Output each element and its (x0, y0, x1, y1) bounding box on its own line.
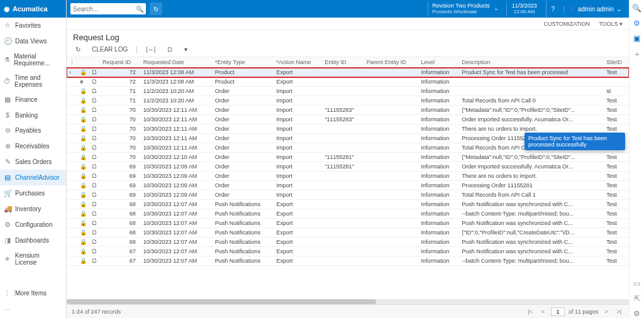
sidebar-item-purchases[interactable]: 🛒Purchases (0, 185, 66, 201)
clear-log-button[interactable]: CLEAR LOG (89, 45, 130, 54)
column-header[interactable]: Level (418, 57, 459, 68)
note-icon[interactable]: 🗋 (92, 220, 97, 226)
note-icon[interactable]: 🗋 (92, 107, 97, 113)
note-icon[interactable]: 🗋 (92, 258, 97, 264)
sidebar-item-material-requireme-[interactable]: ⚗Material Requireme... (0, 49, 66, 70)
tenant-selector[interactable]: Revision Two Products Products Wholesale… (428, 2, 502, 16)
column-header[interactable]: *Entity Type (213, 57, 274, 68)
note-icon[interactable]: 🗋 (92, 126, 97, 132)
table-row[interactable]: 🔒 🗋 70 10/30/2023 12:11 AM Order Import … (67, 106, 629, 115)
business-date[interactable]: 11/3/2023 12:00 AM (506, 2, 542, 16)
column-header[interactable]: SiteID (604, 57, 629, 68)
note-icon[interactable]: 🗋 (92, 229, 97, 236)
column-header[interactable]: Parent Entity ID (364, 57, 419, 68)
table-row[interactable]: 🔒 🗋 67 10/30/2023 12:07 AM Push Notifica… (67, 247, 629, 256)
reload-button[interactable]: ↻ (150, 3, 162, 15)
adjust-columns-button[interactable]: |↔| (143, 45, 158, 54)
table-row[interactable]: ■ 🗋 72 11/3/2023 12:08 AM Product Export… (67, 77, 629, 87)
table-row[interactable]: 🔒 🗋 69 10/30/2023 12:09 AM Order Import … (67, 181, 629, 190)
column-header[interactable]: ⋮ (67, 57, 77, 68)
search-icon[interactable]: 🔍 (136, 6, 143, 13)
note-icon[interactable]: 🗋 (92, 201, 97, 207)
rail-app-icon[interactable]: ▣ (633, 34, 640, 43)
table-row[interactable]: 🔒 🗋 68 10/30/2023 12:07 AM Push Notifica… (67, 219, 629, 228)
note-icon[interactable]: 🗋 (92, 88, 97, 94)
sidebar-item-data-views[interactable]: 🕘Data Views (0, 33, 66, 49)
note-icon[interactable]: 🗋 (92, 97, 97, 104)
column-header[interactable]: *Action Name (274, 57, 323, 68)
note-icon[interactable]: 🗋 (92, 192, 97, 198)
sidebar-item-dashboards[interactable]: ◨Dashboards (0, 233, 66, 248)
column-header[interactable]: Entity ID (322, 57, 364, 68)
rail-book-icon[interactable]: ▭ (633, 279, 640, 288)
more-items[interactable]: ⋮⋮ More Items (0, 285, 66, 301)
sidebar-item-inventory[interactable]: 🚚Inventory (0, 201, 66, 217)
column-header[interactable]: Request ID (100, 57, 141, 68)
last-page-button[interactable]: >| (614, 309, 624, 315)
table-row[interactable]: › 🔒 🗋 72 11/3/2023 12:08 AM Product Expo… (67, 68, 629, 77)
note-icon[interactable]: 🗋 (92, 116, 97, 123)
column-header[interactable]: Requested Date (141, 57, 213, 68)
table-row[interactable]: 🔒 🗋 68 10/30/2023 12:07 AM Push Notifica… (67, 209, 629, 219)
search-box[interactable]: 🔍 (70, 3, 146, 14)
sidebar-item-finance[interactable]: ▦Finance (0, 92, 66, 107)
sidebar-item-banking[interactable]: $Banking (0, 107, 66, 123)
tools-menu[interactable]: TOOLS ▾ (599, 21, 623, 27)
table-row[interactable]: 🔒 🗋 70 10/30/2023 12:10 AM Order Import … (67, 153, 629, 162)
first-page-button[interactable]: |< (525, 309, 535, 315)
table-row[interactable]: 🔒 🗋 71 11/2/2023 10:20 AM Order Import I… (67, 96, 629, 106)
sidebar-item-favorites[interactable]: ☆Favorites (0, 18, 66, 33)
lock-icon: 🔒 (80, 107, 87, 113)
sidebar-item-channeladvisor[interactable]: ▤ChannelAdvisor (0, 170, 66, 185)
next-page-button[interactable]: > (602, 309, 610, 315)
note-icon[interactable]: 🗋 (92, 69, 97, 75)
table-row[interactable]: 🔒 🗋 68 10/30/2023 12:07 AM Push Notifica… (67, 238, 629, 247)
table-row[interactable]: 🔒 🗋 68 10/30/2023 12:07 AM Push Notifica… (67, 200, 629, 209)
note-icon[interactable]: 🗋 (92, 173, 97, 179)
note-icon[interactable]: 🗋 (92, 135, 97, 141)
search-input[interactable] (73, 6, 136, 13)
prev-page-button[interactable]: < (539, 309, 547, 315)
sidebar-item-receivables[interactable]: ⊕Receivables (0, 138, 66, 154)
note-icon[interactable]: 🗋 (92, 248, 97, 255)
sidebar-item-sales-orders[interactable]: ✎Sales Orders (0, 154, 66, 170)
note-icon[interactable]: 🗋 (92, 145, 97, 151)
note-icon[interactable]: 🗋 (92, 163, 97, 170)
rail-search-icon[interactable]: 🔍 (632, 4, 641, 13)
note-icon[interactable]: 🗋 (92, 154, 97, 160)
table-row[interactable]: 🔒 🗋 68 10/30/2023 12:07 AM Push Notifica… (67, 228, 629, 238)
sidebar-item-configuration[interactable]: ⚙Configuration (0, 217, 66, 233)
table-row[interactable]: 🔒 🗋 69 10/30/2023 12:09 AM Order Import … (67, 190, 629, 200)
note-icon[interactable]: 🗋 (92, 211, 97, 217)
rail-expand-icon[interactable]: ⇱ (634, 294, 640, 303)
note-icon[interactable]: 🗋 (92, 79, 97, 85)
table-row[interactable]: 🔒 🗋 67 10/30/2023 12:07 AM Push Notifica… (67, 256, 629, 266)
customization-link[interactable]: CUSTOMIZATION (543, 21, 590, 27)
note-icon[interactable]: 🗋 (92, 239, 97, 245)
rail-settings-icon[interactable]: ⚙ (633, 309, 640, 318)
note-icon[interactable]: 🗋 (92, 182, 97, 189)
table-row[interactable]: 🔒 🗋 70 10/30/2023 12:11 AM Order Import … (67, 115, 629, 124)
table-row[interactable]: 🔒 🗋 69 10/30/2023 12:09 AM Order Import … (67, 162, 629, 172)
refresh-button[interactable]: ↻ (73, 45, 83, 54)
column-header[interactable] (89, 57, 100, 68)
ellipsis-icon[interactable]: ⋯ (0, 301, 66, 318)
nav-icon: ⚗ (4, 56, 10, 64)
rail-add-icon[interactable]: ＋ (633, 49, 641, 60)
page-input[interactable] (551, 307, 565, 316)
sidebar-item-payables[interactable]: ⊖Payables (0, 123, 66, 138)
grid[interactable]: ⋮Request IDRequested Date*Entity Type*Ac… (67, 57, 629, 299)
table-row[interactable]: 🔒 🗋 71 11/2/2023 10:20 AM Order Import I… (67, 87, 629, 96)
table-row[interactable]: 🔒 🗋 69 10/30/2023 12:09 AM Order Import … (67, 172, 629, 181)
sidebar-item-kensium-license[interactable]: ✳Kensium License (0, 248, 66, 270)
help-button[interactable]: ? (546, 0, 560, 18)
user-menu[interactable]: 👤 admin admin ⌄ (564, 6, 625, 13)
horizontal-scrollbar[interactable] (67, 299, 629, 304)
column-header[interactable] (77, 57, 89, 68)
sidebar-item-time-and-expenses[interactable]: ⏱Time and Expenses (0, 70, 66, 92)
filter-button[interactable]: ▾ (182, 45, 190, 54)
rail-gear-icon[interactable]: ⚙ (633, 19, 640, 28)
tenant-line2: Products Wholesale (432, 9, 489, 15)
export-button[interactable]: 🗋 (164, 45, 175, 54)
column-header[interactable]: Description (459, 57, 604, 68)
